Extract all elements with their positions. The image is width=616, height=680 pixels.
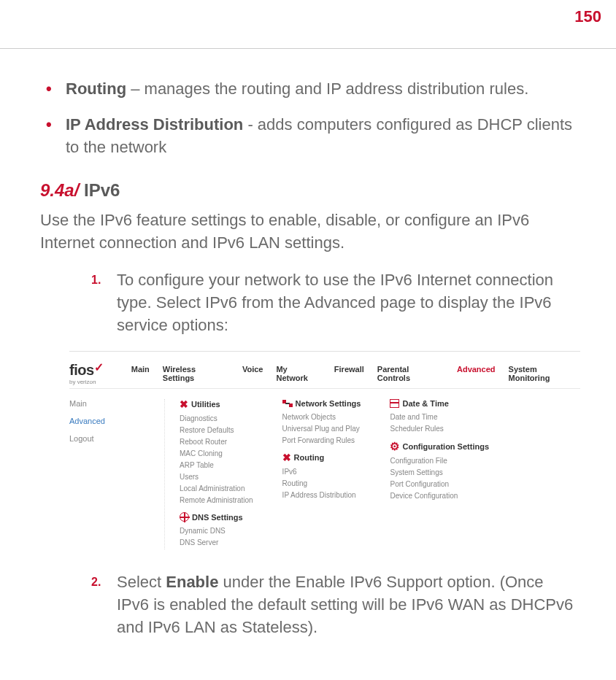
link-port-config[interactable]: Port Configuration [390, 479, 489, 489]
router-ui-screenshot: fios✓ by verizon Main Wireless Settings … [69, 351, 580, 549]
utilities-heading: ✖ Utilities [180, 399, 253, 409]
link-device-config[interactable]: Device Configuration [390, 491, 489, 501]
step-2: 2. Select Enable under the Enable IPv6 S… [91, 571, 576, 638]
logo-brand: fios [69, 362, 94, 378]
link-routing[interactable]: Routing [282, 479, 361, 488]
content-body: Routing – manages the routing and IP add… [0, 78, 616, 673]
globe-icon [180, 512, 189, 522]
link-port-forward[interactable]: Port Forwarding Rules [282, 436, 361, 445]
step-number: 1. [91, 272, 101, 288]
nav-mynetwork[interactable]: My Network [276, 365, 320, 382]
logo-byline: by verizon [69, 379, 120, 385]
bullet-ip-dist: IP Address Distribution - adds computers… [40, 114, 576, 159]
link-ipv6[interactable]: IPv6 [282, 467, 361, 476]
page-number: 150 [0, 0, 616, 26]
link-mac-cloning[interactable]: MAC Cloning [180, 449, 253, 458]
section-number: 9.4a/ [40, 180, 79, 200]
logo: fios✓ by verizon [69, 360, 120, 385]
link-ip-dist[interactable]: IP Address Distribution [282, 490, 361, 500]
nav-wireless[interactable]: Wireless Settings [163, 365, 229, 382]
step-text: To configure your network to use the IPv… [117, 271, 553, 334]
calendar-icon [390, 399, 399, 408]
col-network-routing: Network Settings Network Objects Univers… [282, 399, 361, 549]
horizontal-rule [0, 48, 616, 49]
config-title: Configuration Settings [402, 442, 489, 451]
panel-body: Main Advanced Logout ✖ Utilities Diagnos… [69, 388, 580, 549]
logo-checkmark-icon: ✓ [94, 361, 104, 374]
col-datetime-config: Date & Time Date and Time Scheduler Rule… [390, 399, 489, 549]
section-heading: 9.4a/ IPv6 [40, 180, 576, 201]
gear-icon: ✖ [180, 399, 188, 409]
bullet-list: Routing – manages the routing and IP add… [40, 78, 576, 158]
numbered-list-2: 2. Select Enable under the Enable IPv6 S… [91, 571, 576, 638]
bullet-desc: manages the routing and IP address distr… [145, 80, 529, 98]
nav-advanced[interactable]: Advanced [457, 365, 496, 382]
col-utilities-dns: ✖ Utilities Diagnostics Restore Defaults… [180, 399, 253, 549]
dns-heading: DNS Settings [180, 512, 253, 522]
link-upnp[interactable]: Universal Plug and Play [282, 424, 361, 433]
sidebar-item-logout[interactable]: Logout [69, 434, 164, 443]
link-local-admin[interactable]: Local Administration [180, 484, 253, 493]
sidebar-item-advanced[interactable]: Advanced [69, 417, 164, 425]
link-date-time[interactable]: Date and Time [390, 412, 489, 422]
link-sys-settings[interactable]: System Settings [390, 468, 489, 477]
routing-heading: ✖ Routing [282, 452, 361, 463]
datetime-heading: Date & Time [390, 399, 489, 408]
link-restore-defaults[interactable]: Restore Defaults [180, 425, 253, 435]
network-icon [282, 400, 293, 407]
intro-paragraph: Use the IPv6 feature settings to enable,… [40, 209, 576, 255]
settings-icon: ⚙ [390, 441, 399, 452]
utilities-title: Utilities [191, 400, 220, 409]
numbered-list: 1. To configure your network to use the … [91, 269, 576, 336]
step-1: 1. To configure your network to use the … [91, 269, 576, 336]
nav-firewall[interactable]: Firewall [334, 365, 364, 382]
link-diagnostics[interactable]: Diagnostics [180, 414, 253, 423]
bullet-routing: Routing – manages the routing and IP add… [40, 78, 576, 101]
link-scheduler[interactable]: Scheduler Rules [390, 424, 489, 433]
nav-sysmon[interactable]: System Monitoring [509, 365, 580, 382]
network-heading: Network Settings [282, 399, 361, 408]
bullet-sep: - [243, 115, 258, 134]
routing-title: Routing [294, 453, 325, 462]
dns-title: DNS Settings [192, 513, 243, 522]
bullet-term: Routing [66, 80, 126, 98]
step-number: 2. [91, 574, 101, 590]
nav-main[interactable]: Main [131, 365, 150, 382]
link-dynamic-dns[interactable]: Dynamic DNS [180, 526, 253, 536]
link-reboot-router[interactable]: Reboot Router [180, 437, 253, 447]
link-network-objects[interactable]: Network Objects [282, 412, 361, 422]
link-arp-table[interactable]: ARP Table [180, 460, 253, 470]
routing-icon: ✖ [282, 452, 291, 463]
config-heading: ⚙ Configuration Settings [390, 441, 489, 452]
step-text: Select Enable under the Enable IPv6 Supp… [117, 573, 573, 636]
columns: ✖ Utilities Diagnostics Restore Defaults… [164, 399, 489, 549]
network-title: Network Settings [296, 399, 361, 408]
header-row: fios✓ by verizon Main Wireless Settings … [69, 352, 580, 388]
sidebar: Main Advanced Logout [69, 399, 164, 549]
link-config-file[interactable]: Configuration File [390, 456, 489, 465]
bullet-sep: – [126, 80, 144, 98]
datetime-title: Date & Time [402, 399, 448, 408]
bullet-term: IP Address Distribution [66, 115, 243, 134]
nav-parental[interactable]: Parental Controls [377, 365, 444, 382]
top-nav: Main Wireless Settings Voice My Network … [131, 360, 580, 382]
link-dns-server[interactable]: DNS Server [180, 538, 253, 547]
link-users[interactable]: Users [180, 472, 253, 482]
link-remote-admin[interactable]: Remote Administration [180, 495, 253, 505]
sidebar-item-main[interactable]: Main [69, 399, 164, 408]
nav-voice[interactable]: Voice [242, 365, 263, 382]
section-title: IPv6 [79, 180, 120, 200]
